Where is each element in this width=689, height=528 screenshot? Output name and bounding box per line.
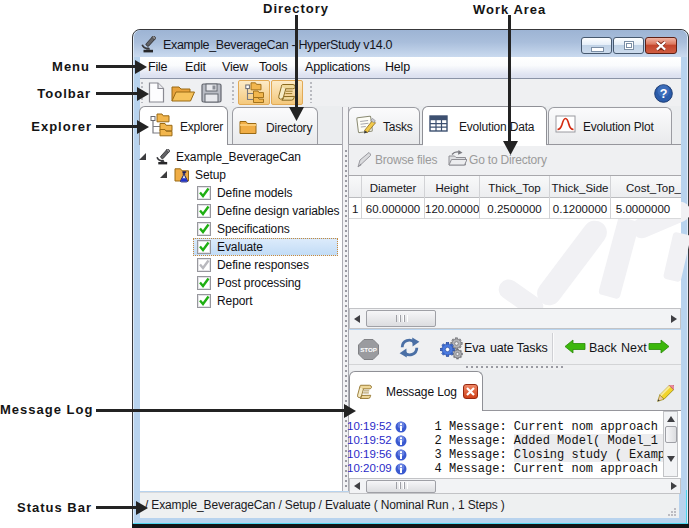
svg-text:?: ? [660,87,668,101]
svg-text:STOP: STOP [360,346,377,353]
